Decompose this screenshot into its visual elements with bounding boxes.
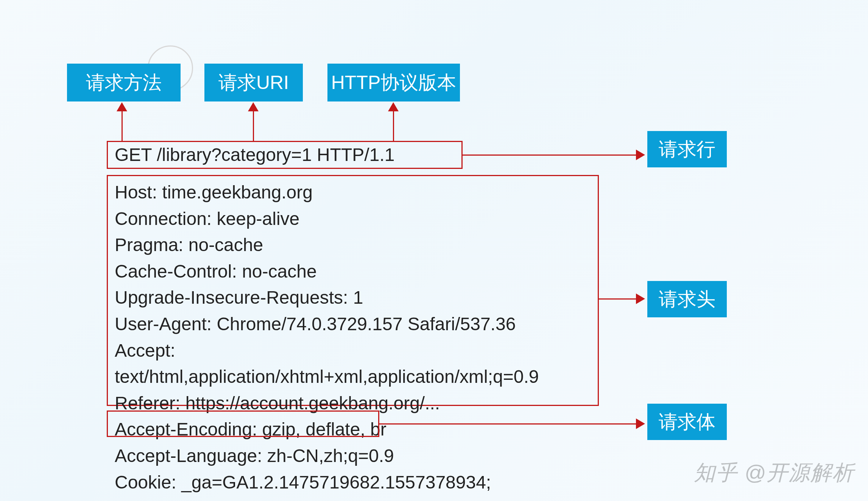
diagram-canvas: 请求方法 请求URI HTTP协议版本 GET /library?categor…	[0, 0, 868, 501]
label-request-line: 请求行	[647, 131, 727, 167]
header-line: User-Agent: Chrome/74.0.3729.157 Safari/…	[115, 311, 591, 337]
arrow-request-line-head	[636, 150, 645, 160]
box-request-headers: Host: time.geekbang.orgConnection: keep-…	[107, 175, 599, 406]
watermark: 知乎 @开源解析	[694, 459, 854, 487]
label-http-version: HTTP协议版本	[327, 64, 460, 101]
header-line: Cookie: _ga=GA1.2.1475719682.1557378934;	[115, 469, 591, 496]
header-line: Cache-Control: no-cache	[115, 258, 591, 285]
arrow-request-line	[463, 155, 637, 156]
header-line: Connection: keep-alive	[115, 206, 591, 232]
label-request-headers: 请求头	[647, 281, 727, 317]
header-line: Upgrade-Insecure-Requests: 1	[115, 284, 591, 311]
arrow-request-body	[379, 423, 637, 425]
arrow-uri-head	[248, 102, 259, 111]
arrow-method-head	[117, 102, 127, 111]
arrow-request-headers	[599, 298, 637, 300]
arrow-version-head	[388, 102, 399, 111]
arrow-method-line	[122, 111, 123, 141]
header-line: Pragma: no-cache	[115, 232, 591, 258]
header-line: Accept: text/html,application/xhtml+xml,…	[115, 337, 591, 390]
arrow-request-body-head	[636, 418, 645, 429]
label-request-body: 请求体	[647, 404, 727, 440]
box-request-body	[107, 410, 379, 437]
box-request-line: GET /library?category=1 HTTP/1.1	[107, 141, 463, 169]
arrow-version-line	[393, 111, 394, 141]
arrow-request-headers-head	[636, 293, 645, 304]
label-request-method: 请求方法	[67, 64, 181, 101]
arrow-uri-line	[253, 111, 254, 141]
request-line-text: GET /library?category=1 HTTP/1.1	[115, 142, 394, 168]
header-line: Accept-Language: zh-CN,zh;q=0.9	[115, 443, 591, 469]
header-line: Host: time.geekbang.org	[115, 179, 591, 206]
label-request-uri: 请求URI	[204, 64, 303, 101]
